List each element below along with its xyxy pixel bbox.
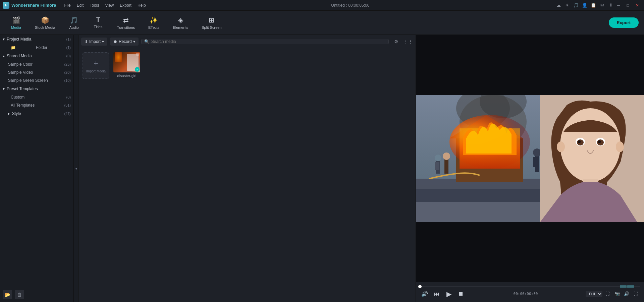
- fit-screen-button[interactable]: ⛶: [604, 290, 612, 298]
- volume-button[interactable]: 🔊: [420, 289, 429, 299]
- style-header[interactable]: ▸ Style (47): [0, 109, 73, 118]
- preset-templates-header[interactable]: ▾ Preset Templates: [0, 84, 73, 93]
- import-dropdown-icon: ▾: [102, 39, 104, 44]
- effects-icon: ✨: [150, 16, 158, 24]
- account-icon[interactable]: 👤: [581, 2, 588, 9]
- step-back-button[interactable]: ⏮: [432, 289, 441, 299]
- tool-effects[interactable]: ✨ Effects: [143, 14, 165, 32]
- elements-label: Elements: [173, 25, 188, 29]
- shared-media-section: ▸ Shared Media (0): [0, 52, 73, 60]
- sample-video-count: (20): [64, 70, 71, 74]
- menu-help[interactable]: Help: [135, 2, 149, 9]
- export-button[interactable]: Export: [609, 17, 639, 28]
- time-display: 00:00:00:00: [514, 292, 538, 296]
- notifications-icon[interactable]: 📋: [590, 2, 597, 9]
- play-button[interactable]: ▶: [444, 289, 453, 299]
- remove-button[interactable]: 🗑: [15, 290, 24, 299]
- import-media-label: Import Media: [86, 69, 106, 73]
- sample-green-screen-label: Sample Green Screen: [8, 78, 48, 83]
- shared-media-arrow: ▸: [3, 54, 5, 58]
- custom-item[interactable]: Custom (0): [0, 93, 73, 101]
- menu-export[interactable]: Export: [117, 2, 134, 9]
- add-folder-button[interactable]: 📂: [3, 290, 12, 299]
- sample-color-item[interactable]: Sample Color (25): [0, 60, 73, 68]
- stop-button[interactable]: ⏹: [456, 289, 466, 299]
- panel-bottom: 📂 🗑: [0, 287, 73, 302]
- sample-video-label: Sample Video: [8, 70, 33, 75]
- volume-slider-btn[interactable]: 🔊: [623, 290, 631, 298]
- record-icon: ⏺: [113, 39, 117, 44]
- menu-view[interactable]: View: [102, 2, 116, 9]
- project-media-title: ▾ Project Media: [3, 37, 31, 42]
- snapshot-button[interactable]: 📷: [613, 290, 621, 298]
- all-templates-item[interactable]: All Templates (51): [0, 101, 73, 109]
- media-label: Media: [11, 25, 21, 29]
- progress-range-end: [627, 285, 634, 288]
- maximize-button[interactable]: □: [624, 1, 632, 9]
- media-item-disaster-girl[interactable]: 🖼 ✓ disaster-girl: [113, 52, 140, 79]
- project-media-arrow: ▾: [3, 37, 5, 42]
- progress-bar[interactable]: [420, 286, 640, 287]
- tool-media[interactable]: 🎬 Media: [5, 14, 27, 32]
- playback-controls-row: 🔊 ⏮ ▶ ⏹ 00:00:00:00 Full 1/2 1/4 ⛶ 📷 🔊 ⛶: [416, 289, 644, 299]
- menu-edit[interactable]: Edit: [74, 2, 87, 9]
- audio-tool-icon: 🎵: [70, 16, 78, 24]
- panel-collapse-arrow[interactable]: ◂: [74, 35, 78, 302]
- messages-icon[interactable]: ✉: [598, 2, 606, 9]
- close-button[interactable]: ✕: [633, 1, 641, 9]
- tool-transitions[interactable]: ⇄ Transitions: [112, 14, 140, 32]
- import-media-button[interactable]: + Import Media: [83, 52, 109, 79]
- svg-rect-11: [435, 162, 437, 170]
- brightness-icon[interactable]: ☀: [564, 2, 571, 9]
- audio-label: Audio: [69, 25, 78, 29]
- fullscreen-button[interactable]: ⛶: [632, 290, 640, 298]
- menu-file[interactable]: File: [61, 2, 73, 9]
- folder-item[interactable]: 📁 Folder (1): [0, 44, 73, 52]
- sample-color-label: Sample Color: [8, 62, 33, 67]
- shared-media-header[interactable]: ▸ Shared Media (0): [0, 52, 73, 60]
- preview-controls: 🔊 ⏮ ▶ ⏹ 00:00:00:00 Full 1/2 1/4 ⛶ 📷 🔊 ⛶: [416, 282, 644, 302]
- svg-point-14: [443, 153, 450, 160]
- audio-icon[interactable]: 🎵: [572, 2, 580, 9]
- sample-video-item[interactable]: Sample Video (20): [0, 68, 73, 76]
- sample-green-screen-count: (10): [64, 78, 71, 82]
- shared-media-label: Shared Media: [7, 54, 32, 58]
- tray-icons: ☁ ☀ 🎵 👤 📋 ✉ ⬇: [555, 2, 614, 9]
- tool-titles[interactable]: T Titles: [88, 14, 109, 31]
- preset-templates-section: ▾ Preset Templates Custom (0) All Templa…: [0, 84, 73, 118]
- tool-elements[interactable]: ◈ Elements: [167, 14, 194, 32]
- grid-icon: ⋮⋮: [404, 39, 413, 44]
- svg-rect-13: [444, 159, 448, 174]
- custom-count: (0): [66, 95, 71, 99]
- app-logo: F Wondershare Filmora: [3, 2, 56, 9]
- project-media-header[interactable]: ▾ Project Media (1): [0, 35, 73, 44]
- sample-green-screen-item[interactable]: Sample Green Screen (10): [0, 76, 73, 84]
- download-icon[interactable]: ⬇: [607, 2, 614, 9]
- main-toolbar: 🎬 Media 📦 Stock Media 🎵 Audio T Titles ⇄…: [0, 11, 644, 35]
- transitions-label: Transitions: [117, 25, 135, 29]
- quality-select[interactable]: Full 1/2 1/4: [586, 291, 602, 297]
- search-input[interactable]: [151, 39, 386, 44]
- tool-split-screen[interactable]: ⊞ Split Screen: [196, 14, 227, 32]
- style-title: ▸ Style: [8, 111, 21, 116]
- cloud-icon[interactable]: ☁: [555, 2, 562, 9]
- media-content: + Import Media 🖼 ✓ disaster-girl: [78, 48, 416, 302]
- tool-stock-media[interactable]: 📦 Stock Media: [30, 14, 61, 32]
- menu-tools[interactable]: Tools: [87, 2, 102, 9]
- record-button[interactable]: ⏺ Record ▾: [110, 38, 139, 46]
- import-button[interactable]: ⬇ Import ▾: [81, 38, 107, 46]
- filter-button[interactable]: ⚙: [391, 37, 401, 46]
- media-toolbar: ⬇ Import ▾ ⏺ Record ▾ 🔍 ⚙ ⋮⋮: [78, 35, 416, 48]
- minimize-button[interactable]: ─: [614, 1, 623, 9]
- elements-icon: ◈: [178, 16, 183, 24]
- sample-color-count: (25): [64, 62, 71, 66]
- import-label: Import: [89, 39, 101, 44]
- progress-range-indicator: [620, 285, 627, 288]
- svg-rect-17: [533, 157, 536, 167]
- window-controls: ─ □ ✕: [614, 1, 641, 9]
- right-controls: Full 1/2 1/4 ⛶ 📷 🔊 ⛶: [586, 290, 640, 298]
- tool-audio[interactable]: 🎵 Audio: [63, 14, 85, 32]
- video-preview-svg: [416, 95, 644, 222]
- grid-view-button[interactable]: ⋮⋮: [404, 37, 413, 46]
- svg-point-25: [598, 140, 601, 143]
